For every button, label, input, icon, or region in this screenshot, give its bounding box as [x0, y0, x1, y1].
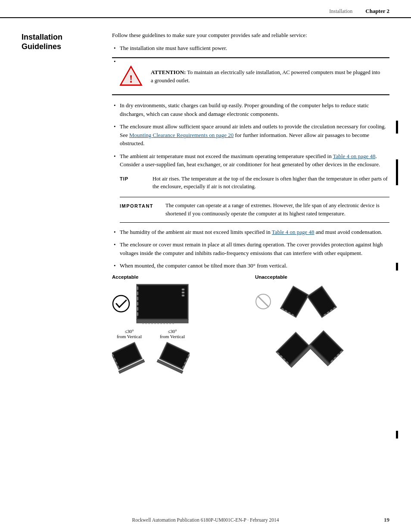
svg-rect-8: [138, 286, 187, 318]
svg-rect-9: [182, 289, 184, 290]
svg-point-15: [149, 323, 150, 324]
mounting-clearance-link[interactable]: Mounting Clearance Requirements on page …: [129, 132, 234, 138]
guideline-item-7: When mounted, the computer cannot be til…: [112, 261, 389, 270]
change-bar-1: [396, 121, 398, 134]
acceptable-diagram: Acceptable: [112, 274, 246, 383]
footer-text: Rockwell Automation Publication 6180P-UM…: [132, 517, 279, 523]
main-content: Installation Guidelines Follow these gui…: [0, 18, 411, 400]
guidelines-list: The installation site must have sufficie…: [112, 44, 389, 270]
tip-content: Hot air rises. The temperature at the to…: [153, 175, 389, 191]
unacceptable-top-monitors: [275, 282, 339, 321]
left-column: Installation Guidelines: [22, 31, 108, 383]
attention-text: ATTENTION: To maintain an electrically s…: [151, 68, 383, 85]
upright-monitor: [134, 282, 190, 325]
svg-point-23: [173, 323, 174, 324]
checkmark-icon: [112, 295, 130, 313]
page-header: Installation Chapter 2: [0, 0, 411, 18]
svg-point-16: [152, 323, 153, 324]
tilted-left-monitor: [112, 340, 146, 383]
important-content: The computer can operate at a range of e…: [165, 202, 389, 218]
diagram-section: Acceptable: [112, 274, 389, 383]
svg-point-18: [158, 323, 159, 324]
page-number: 19: [384, 516, 389, 523]
svg-point-19: [161, 323, 162, 324]
svg-rect-28: [137, 307, 138, 311]
svg-rect-10: [182, 292, 184, 293]
svg-rect-29: [137, 312, 138, 316]
table4-link-2[interactable]: Table 4 on page 48: [272, 229, 314, 235]
right-column: Follow these guidelines to make sure you…: [108, 31, 389, 383]
unacceptable-label: Unacceptable: [255, 274, 389, 280]
svg-rect-24: [137, 286, 138, 290]
guideline-item-4: The ambient air temperature must not exc…: [112, 152, 389, 223]
svg-rect-26: [137, 297, 138, 300]
svg-point-20: [164, 323, 165, 324]
tip-box: TIP Hot air rises. The temperature at th…: [120, 172, 389, 194]
svg-point-17: [155, 323, 156, 324]
guideline-item-2: In dry environments, static charges can …: [112, 101, 389, 118]
important-box: IMPORTANT The computer can operate at a …: [120, 197, 389, 223]
table4-link-1[interactable]: Table 4 on page 48: [333, 153, 376, 159]
svg-rect-11: [182, 295, 184, 296]
no-icon: [255, 293, 271, 310]
important-label: IMPORTANT: [120, 202, 159, 218]
change-bar-2: [396, 159, 398, 185]
svg-point-13: [143, 323, 144, 324]
change-bar-4: [396, 431, 398, 439]
svg-rect-27: [137, 302, 138, 305]
acceptable-label: Acceptable: [112, 274, 246, 280]
unacceptable-bottom-monitors: [275, 325, 344, 368]
header-chapter: Chapter 2: [365, 8, 389, 15]
svg-point-4: [113, 296, 129, 312]
svg-rect-12: [137, 320, 188, 323]
svg-point-21: [167, 323, 168, 324]
svg-rect-25: [137, 292, 138, 295]
attention-box: ! ATTENTION: To maintain an electrically…: [112, 57, 389, 95]
svg-point-22: [170, 323, 171, 324]
svg-rect-66: [311, 332, 341, 362]
guideline-item-5: The humidity of the ambient air must not…: [112, 228, 389, 236]
section-title: Installation Guidelines: [22, 33, 99, 51]
guideline-item-6: The enclosure or cover must remain in pl…: [112, 240, 389, 257]
intro-text: Follow these guidelines to make sure you…: [112, 31, 389, 40]
svg-text:!: !: [129, 73, 133, 85]
attention-container: ! ATTENTION: To maintain an electrically…: [112, 57, 389, 95]
guideline-item-1: The installation site must have sufficie…: [112, 44, 389, 53]
tip-label: TIP: [120, 175, 146, 191]
unacceptable-diagram: Unacceptable: [255, 274, 389, 383]
guideline-item-3: The enclosure must allow sufficient spac…: [112, 122, 389, 148]
svg-rect-59: [278, 334, 308, 364]
page-footer: Rockwell Automation Publication 6180P-UM…: [0, 517, 411, 523]
svg-point-14: [146, 323, 147, 324]
change-bar-3: [396, 263, 398, 271]
header-section: Installation: [329, 8, 352, 15]
warning-triangle-icon: !: [119, 64, 143, 88]
tilted-right-monitor: [155, 340, 190, 383]
